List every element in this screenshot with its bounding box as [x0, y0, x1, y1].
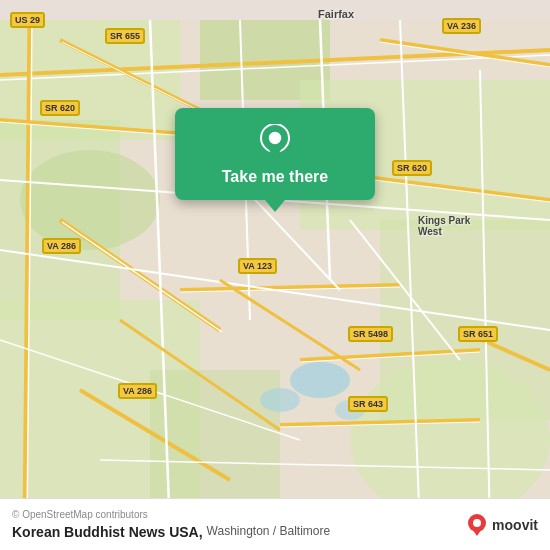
svg-point-10 [290, 362, 350, 398]
road-badge-sr620-right: SR 620 [392, 160, 432, 176]
city-label-fairfax: Fairfax [318, 8, 354, 20]
copyright: © OpenStreetMap contributors [12, 509, 330, 520]
svg-marker-50 [268, 148, 282, 160]
road-badge-sr655: SR 655 [105, 28, 145, 44]
moovit-logo: moovit [466, 514, 538, 536]
road-badge-us29: US 29 [10, 12, 45, 28]
road-badge-va286-left: VA 286 [42, 238, 81, 254]
moovit-icon [466, 514, 488, 536]
location-sub: Washington / Baltimore [207, 524, 331, 538]
location-pin-icon [257, 124, 293, 160]
svg-marker-53 [473, 530, 481, 536]
location-tooltip[interactable]: Take me there [175, 108, 375, 200]
map-container: US 29 SR 655 SR 620 VA 286 VA 286 VA 123… [0, 0, 550, 550]
road-badge-va286-bottom: VA 286 [118, 383, 157, 399]
road-badge-va236: VA 236 [442, 18, 481, 34]
take-me-there-label[interactable]: Take me there [222, 168, 328, 186]
bottom-info: © OpenStreetMap contributors Korean Budd… [12, 509, 330, 540]
road-badge-va123: VA 123 [238, 258, 277, 274]
svg-point-4 [20, 150, 160, 250]
road-badge-sr620-left: SR 620 [40, 100, 80, 116]
road-badge-sr5498: SR 5498 [348, 326, 393, 342]
svg-point-52 [473, 519, 481, 527]
svg-point-49 [268, 131, 282, 145]
svg-point-9 [350, 360, 550, 520]
road-badge-sr643: SR 643 [348, 396, 388, 412]
location-name: Korean Buddhist News USA, [12, 524, 203, 540]
bottom-bar: © OpenStreetMap contributors Korean Budd… [0, 498, 550, 550]
city-label-kings-park-west: Kings ParkWest [418, 215, 470, 237]
svg-point-11 [260, 388, 300, 412]
moovit-text: moovit [492, 517, 538, 533]
road-badge-sr651: SR 651 [458, 326, 498, 342]
